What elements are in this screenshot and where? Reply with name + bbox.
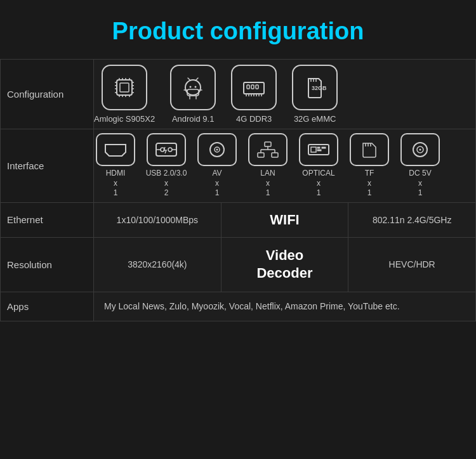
lan-icon xyxy=(256,138,279,161)
ethernet-label: Ethernet xyxy=(1,202,94,237)
iface-av: AVx1 xyxy=(195,133,239,198)
iface-tf: TFx1 xyxy=(348,133,391,198)
svg-rect-52 xyxy=(258,153,264,157)
av-label: AVx1 xyxy=(212,169,221,198)
ethernet-content: 1x10/100/1000MBps WIFI 802.11n 2.4G/5GHz xyxy=(94,202,476,237)
svg-point-19 xyxy=(190,86,192,88)
ethernet-row: Ethernet 1x10/100/1000MBps WIFI 802.11n … xyxy=(1,202,476,237)
ram-label: 4G DDR3 xyxy=(236,114,272,124)
chip-label: Amlogic S905X2 xyxy=(94,114,155,124)
lan-label: LANx1 xyxy=(260,169,275,198)
iface-lan: LANx1 xyxy=(246,133,289,198)
svg-rect-1 xyxy=(120,83,129,92)
svg-line-21 xyxy=(188,78,190,81)
wifi-band: 802.11n 2.4G/5GHz xyxy=(348,203,475,237)
svg-point-50 xyxy=(216,149,218,151)
dc-icon-box xyxy=(400,133,440,166)
usb-label: USB 2.0/3.0x2 xyxy=(146,169,187,198)
tf-label: TFx1 xyxy=(365,169,374,198)
optical-label: OPTICALx1 xyxy=(302,169,334,198)
dc-icon xyxy=(409,138,432,161)
android-icon xyxy=(179,74,207,101)
iface-hdmi: HDMIx1 xyxy=(94,133,137,198)
interface-label: Interface xyxy=(1,129,94,203)
resolution-content: 3820x2160(4k) Video Decoder HEVC/HDR xyxy=(94,237,476,292)
storage-icon-box: 32GB xyxy=(292,65,338,110)
tf-icon xyxy=(358,138,381,161)
storage-label: 32G eMMC xyxy=(294,114,336,124)
config-item-storage: 32GB 32G eMMC xyxy=(292,65,338,124)
svg-point-68 xyxy=(420,149,421,151)
apps-content: My Local News, Zulo, Myoozik, Vocal, Net… xyxy=(94,292,476,321)
hdmi-icon xyxy=(104,138,127,161)
interface-items: HDMIx1 xyxy=(94,129,475,202)
svg-rect-0 xyxy=(117,80,132,95)
hdmi-label: HDMIx1 xyxy=(106,169,126,198)
ram-icon-box xyxy=(231,65,277,110)
video-decoder-label: Video Decoder xyxy=(221,238,349,292)
iface-optical: OPTICALx1 xyxy=(297,133,340,198)
tf-icon-box xyxy=(350,133,389,166)
svg-rect-51 xyxy=(265,142,271,146)
usb-icon xyxy=(155,138,178,161)
codec-label: HEVC/HDR xyxy=(348,238,475,292)
config-item-chip: Amlogic S905X2 xyxy=(94,65,155,124)
svg-rect-62 xyxy=(322,147,326,148)
svg-rect-60 xyxy=(317,147,320,148)
resolution-value: 3820x2160(4k) xyxy=(94,238,221,292)
wifi-label: WIFI xyxy=(221,203,349,237)
chip-icon xyxy=(110,74,138,101)
config-row: Configuration xyxy=(1,60,476,129)
storage-icon: 32GB xyxy=(301,74,329,101)
av-icon-box xyxy=(197,133,237,166)
svg-rect-53 xyxy=(272,153,278,157)
svg-rect-31 xyxy=(256,85,258,89)
interface-content: HDMIx1 xyxy=(94,129,476,203)
config-item-ram: 4G DDR3 xyxy=(231,65,277,124)
header: Product configuration xyxy=(0,0,476,59)
page-title: Product configuration xyxy=(13,18,463,45)
ethernet-speed: 1x10/100/1000MBps xyxy=(94,203,221,237)
resolution-label: Resolution xyxy=(1,237,94,292)
ethernet-cols: 1x10/100/1000MBps WIFI 802.11n 2.4G/5GHz xyxy=(94,203,475,237)
hdmi-icon-box xyxy=(96,133,135,166)
interface-row: Interface HDMIx1 xyxy=(1,129,476,203)
svg-point-45 xyxy=(168,148,172,152)
android-icon-box xyxy=(170,65,216,110)
usb-icon-box xyxy=(147,133,186,166)
android-label: Android 9.1 xyxy=(172,114,215,124)
av-icon xyxy=(206,138,228,161)
ram-icon xyxy=(240,74,268,101)
svg-text:32GB: 32GB xyxy=(312,85,327,91)
apps-list: My Local News, Zulo, Myoozik, Vocal, Net… xyxy=(94,292,475,320)
svg-rect-61 xyxy=(317,150,321,151)
lan-icon-box xyxy=(248,133,288,166)
apps-row: Apps My Local News, Zulo, Myoozik, Vocal… xyxy=(1,292,476,321)
chip-icon-box xyxy=(102,65,147,110)
svg-rect-59 xyxy=(311,147,316,152)
spec-table: Configuration xyxy=(0,59,476,321)
resolution-row: Resolution 3820x2160(4k) Video Decoder H… xyxy=(1,237,476,292)
optical-icon xyxy=(307,138,330,161)
config-item-android: Android 9.1 xyxy=(170,65,216,124)
resolution-cols: 3820x2160(4k) Video Decoder HEVC/HDR xyxy=(94,238,475,292)
apps-label: Apps xyxy=(1,292,94,321)
svg-point-20 xyxy=(195,86,197,88)
iface-usb: USB 2.0/3.0x2 xyxy=(145,133,188,198)
svg-rect-29 xyxy=(247,85,249,89)
config-content: Amlogic S905X2 xyxy=(94,60,476,129)
config-label: Configuration xyxy=(1,60,94,129)
optical-icon-box xyxy=(299,133,338,166)
dc-label: DC 5Vx1 xyxy=(409,169,431,198)
svg-rect-30 xyxy=(251,85,254,89)
config-items: Amlogic S905X2 xyxy=(94,60,475,129)
svg-line-22 xyxy=(195,78,198,81)
iface-dc: DC 5Vx1 xyxy=(399,133,442,198)
